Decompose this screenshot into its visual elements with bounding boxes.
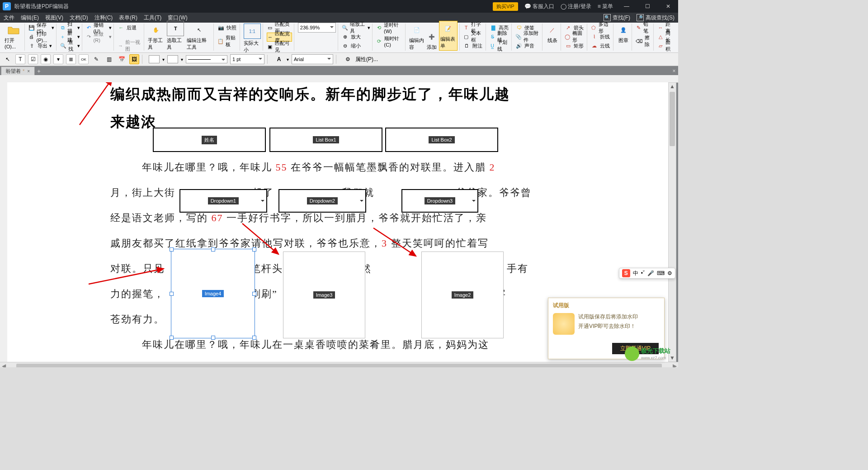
font-color-button[interactable]: A [274,54,284,64]
form-field-listbox1[interactable]: List Box1 [269,128,382,152]
actual-size-button[interactable]: 1:1实际大小 [244,24,261,53]
image-field-tool[interactable]: 🖼 [129,54,139,64]
menu-window[interactable]: 窗口(W) [168,14,187,22]
ellipse-tool[interactable]: ◯椭圆形 [565,33,585,41]
edit-content-button[interactable]: 📄编辑内容 [409,24,425,51]
annot-tool[interactable]: ↖编辑注释工具 [187,24,212,51]
advanced-find-button[interactable]: 🔎高级查找(S) [637,14,675,22]
text-field-tool[interactable]: T [15,54,25,64]
maximize-button[interactable]: ☐ [640,3,655,9]
line-tool[interactable]: ／线条 [546,24,559,44]
form-field-image2[interactable]: Image2 [421,252,504,338]
rect-tool[interactable]: ▭矩形 [565,42,585,50]
list-tool[interactable]: ≣ [66,54,76,64]
stamp-button[interactable]: 👤图章 [617,24,630,44]
ime-settings-icon[interactable]: ⚙ [667,270,672,276]
minimize-button[interactable]: — [619,3,634,9]
font-combo[interactable]: Arial [292,54,333,64]
button-tool[interactable]: OK [79,54,89,64]
scroll-up-button[interactable]: ▲ [669,83,676,90]
polygon-tool[interactable]: ⬠多边形 [591,24,611,32]
combo-tool[interactable]: ▾ [53,54,63,64]
underline-button[interactable]: U̲下划线 [490,42,510,50]
form-field-dropdown3[interactable]: Dropdown3 [401,189,478,213]
checkbox-tool[interactable]: ☑ [28,54,38,64]
pointer-tool[interactable]: ↖ [3,54,13,64]
cloud-tool[interactable]: ☁云线 [591,42,611,50]
menu-file[interactable]: 文件 [4,14,14,22]
ime-lang[interactable]: 中 [633,270,638,277]
find-ribbon-button[interactable]: 🔍查找 ▾ [60,42,80,50]
document-tab-bar: 盼望着*× ＋ × [0,66,678,75]
support-link[interactable]: 💬 客服入口 [524,3,554,10]
document-tab[interactable]: 盼望着*× [1,66,35,75]
horizontal-scrollbar[interactable]: ◀ ▶ [0,362,678,367]
line-weight-combo[interactable]: 1 pt [230,54,264,64]
ime-mic-icon[interactable]: 🎤 [647,270,654,276]
area-tool[interactable]: ▱面积 [657,42,674,50]
zoom-in-button[interactable]: ⊕放大 [342,33,370,41]
hand-tool[interactable]: ✋手形工具 [148,24,164,51]
tab-close-all[interactable]: × [670,67,678,75]
rotate-cw-button[interactable]: ⟳顺时针(C) [376,37,403,45]
barcode-tool[interactable]: ▥ [104,54,114,64]
edit-form-button[interactable]: 📝编辑表单 [439,21,457,51]
scroll-thumb[interactable] [670,92,675,146]
open-button[interactable]: 打开(O)... [5,24,23,49]
properties-icon[interactable]: ⚙ [343,54,353,64]
pencil-tool[interactable]: ✎铅笔 [636,24,652,32]
sound-button[interactable]: 🔊声音 [515,42,540,50]
properties-button[interactable]: 属性(P)... [355,56,378,63]
zoom-out-button[interactable]: ⊖缩小 [342,42,370,50]
ime-toolbar[interactable]: S 中 •ˇ 🎤 ⌨ ⚙ [619,268,675,279]
snapshot-button[interactable]: 📷快照 [217,24,238,32]
rotate-ccw-button[interactable]: ⟲逆时针(W) [376,24,403,32]
vertical-scrollbar[interactable]: ▲ ▼ [668,82,676,362]
back-button[interactable]: ←后退 [118,24,142,32]
redo-button[interactable]: ↷重做(R) ▾ [86,33,112,41]
close-tab-icon[interactable]: × [27,69,30,74]
fit-visible-button[interactable]: ▣匹配可见 [267,43,292,51]
clipboard-button[interactable]: 📋剪贴板 [217,37,238,45]
polyline-icon: ⌇ [591,33,598,40]
erase-tool[interactable]: ⌫擦除 [636,37,652,45]
prev-view-button[interactable]: →前一视图 [118,42,142,50]
menu-button[interactable]: ≡ 菜单 [598,3,613,10]
line-style-combo[interactable] [186,55,227,63]
attach-button[interactable]: 📎添加附件 [515,33,540,41]
login-link[interactable]: ◯ 注册/登录 [561,3,591,10]
fill-color-swatch[interactable] [149,55,160,63]
buy-vip-button[interactable]: 购买VIP [493,2,518,11]
note-button[interactable]: 🗒附注 [463,42,484,50]
close-button[interactable]: ✕ [661,3,675,9]
new-tab-button[interactable]: ＋ [35,67,43,75]
form-field-image4[interactable]: Image4 [171,249,255,338]
form-field-image3[interactable]: Image3 [283,252,365,338]
signature-tool[interactable]: ✎ [91,54,101,64]
zoom-combo[interactable]: 236.99% [298,23,336,33]
textbox-button[interactable]: ▢文本框 [463,33,484,41]
find-button[interactable]: 🔍查找(F) [604,14,630,22]
export-button[interactable]: ⇪导出 ▾ [28,42,54,50]
select-tool[interactable]: T选取工具 [167,21,184,51]
ime-punct-icon[interactable]: •ˇ [641,270,645,276]
form-field-listbox2[interactable]: List Box2 [385,128,498,152]
form-field-dropdown1[interactable]: Dropdown1 [179,189,267,213]
menu-view[interactable]: 视图(V) [45,14,63,22]
print-button[interactable]: 🖨打印(P)... [28,33,54,41]
polyline-tool[interactable]: ⌇折线 [591,33,611,41]
menu-edit[interactable]: 编辑(E) [21,14,39,22]
stroke-color-swatch[interactable] [167,55,178,63]
svg-line-0 [80,82,112,125]
zoom-tools-button[interactable]: 🔍缩放工具 ▾ [342,24,370,32]
ime-keyboard-icon[interactable]: ⌨ [657,270,665,276]
menu-document[interactable]: 文档(D) [70,14,88,22]
add-button[interactable]: ➕添加 [425,30,438,51]
menu-comment[interactable]: 注释(C) [94,14,113,22]
form-field-name[interactable]: 姓名 [153,128,266,152]
date-tool[interactable]: 📅 [117,54,127,64]
menu-tools[interactable]: 工具(T) [144,14,161,22]
radio-tool[interactable]: ◉ [41,54,51,64]
form-field-dropdown2[interactable]: Dropdown2 [278,189,366,213]
menu-form[interactable]: 表单(R) [119,14,137,22]
